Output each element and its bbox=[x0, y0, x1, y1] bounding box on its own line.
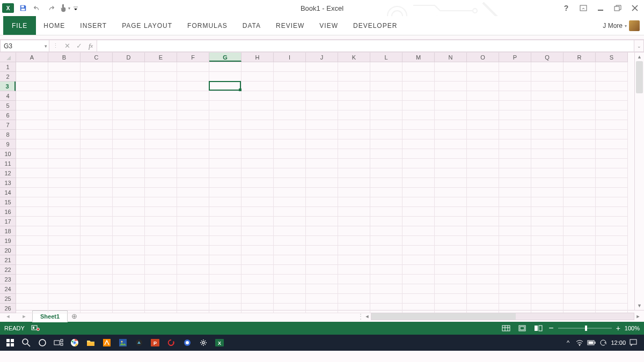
cell[interactable] bbox=[16, 101, 48, 110]
cell[interactable] bbox=[145, 217, 177, 226]
formula-input[interactable] bbox=[97, 40, 634, 52]
cell[interactable] bbox=[274, 226, 306, 236]
column-header[interactable]: N bbox=[435, 53, 467, 62]
cell[interactable] bbox=[531, 265, 564, 275]
cell[interactable] bbox=[338, 62, 370, 72]
cell[interactable] bbox=[596, 101, 628, 110]
cell[interactable] bbox=[306, 294, 338, 304]
cell[interactable] bbox=[467, 265, 499, 275]
cell[interactable] bbox=[402, 159, 435, 168]
cell[interactable] bbox=[370, 91, 402, 101]
cell[interactable] bbox=[145, 275, 177, 284]
cell[interactable] bbox=[241, 159, 274, 168]
column-header[interactable]: C bbox=[80, 53, 113, 62]
cell[interactable] bbox=[16, 110, 48, 120]
settings-gear-icon[interactable] bbox=[195, 335, 211, 351]
cell[interactable] bbox=[241, 139, 274, 149]
cell[interactable] bbox=[209, 91, 241, 101]
cell[interactable] bbox=[241, 255, 274, 265]
cell[interactable] bbox=[596, 188, 628, 197]
cell[interactable] bbox=[596, 62, 628, 72]
cell[interactable] bbox=[80, 159, 113, 168]
cell[interactable] bbox=[241, 226, 274, 236]
cell[interactable] bbox=[531, 255, 564, 265]
powerpoint-icon[interactable]: P bbox=[147, 335, 163, 351]
normal-view-icon[interactable] bbox=[500, 323, 512, 333]
cell[interactable] bbox=[467, 255, 499, 265]
start-menu-icon[interactable] bbox=[2, 335, 18, 351]
cell[interactable] bbox=[241, 91, 274, 101]
cell[interactable] bbox=[209, 110, 241, 120]
cell[interactable] bbox=[564, 255, 596, 265]
cell[interactable] bbox=[80, 149, 113, 159]
cell[interactable] bbox=[402, 62, 435, 72]
cell[interactable] bbox=[338, 304, 370, 313]
cell[interactable] bbox=[80, 304, 113, 313]
cell[interactable] bbox=[596, 120, 628, 130]
cell[interactable] bbox=[467, 101, 499, 110]
cell[interactable] bbox=[16, 304, 48, 313]
cell[interactable] bbox=[16, 265, 48, 275]
cell[interactable] bbox=[467, 130, 499, 139]
cell[interactable] bbox=[113, 226, 145, 236]
cell[interactable] bbox=[113, 275, 145, 284]
cell[interactable] bbox=[177, 178, 209, 188]
cell[interactable] bbox=[499, 188, 531, 197]
cell[interactable] bbox=[177, 62, 209, 72]
cell[interactable] bbox=[531, 159, 564, 168]
cell[interactable] bbox=[113, 304, 145, 313]
cell[interactable] bbox=[596, 149, 628, 159]
cell[interactable] bbox=[80, 226, 113, 236]
select-all-corner[interactable] bbox=[0, 53, 16, 62]
cell[interactable] bbox=[370, 304, 402, 313]
cell[interactable] bbox=[564, 207, 596, 217]
cell[interactable] bbox=[209, 120, 241, 130]
cell[interactable] bbox=[306, 217, 338, 226]
cell[interactable] bbox=[596, 217, 628, 226]
cell[interactable] bbox=[177, 304, 209, 313]
chrome-icon[interactable] bbox=[67, 335, 83, 351]
cell[interactable] bbox=[370, 197, 402, 207]
cell[interactable] bbox=[241, 149, 274, 159]
cell[interactable] bbox=[402, 304, 435, 313]
cell[interactable] bbox=[564, 82, 596, 91]
scroll-up-arrow-icon[interactable]: ▲ bbox=[635, 53, 644, 61]
cell[interactable] bbox=[531, 217, 564, 226]
cell[interactable] bbox=[274, 304, 306, 313]
cell[interactable] bbox=[531, 130, 564, 139]
cell[interactable] bbox=[435, 197, 467, 207]
cell[interactable] bbox=[241, 294, 274, 304]
cell[interactable] bbox=[177, 139, 209, 149]
cell[interactable] bbox=[241, 188, 274, 197]
cell[interactable] bbox=[564, 72, 596, 82]
cell[interactable] bbox=[564, 159, 596, 168]
app-icon-blue[interactable] bbox=[179, 335, 195, 351]
zoom-slider[interactable] bbox=[558, 328, 612, 329]
row-header[interactable]: 19 bbox=[0, 236, 16, 246]
row-header[interactable]: 21 bbox=[0, 255, 16, 265]
row-header[interactable]: 3 bbox=[0, 82, 16, 91]
cell[interactable] bbox=[499, 91, 531, 101]
sheet-nav-prev-icon[interactable]: ◄ bbox=[0, 311, 16, 322]
cell[interactable] bbox=[370, 130, 402, 139]
cell[interactable] bbox=[48, 101, 80, 110]
cell[interactable] bbox=[274, 255, 306, 265]
cell[interactable] bbox=[564, 275, 596, 284]
cell[interactable] bbox=[338, 130, 370, 139]
cell[interactable] bbox=[145, 197, 177, 207]
cell[interactable] bbox=[209, 72, 241, 82]
cell[interactable] bbox=[596, 168, 628, 178]
cell[interactable] bbox=[113, 101, 145, 110]
zoom-out-icon[interactable]: − bbox=[548, 323, 553, 333]
signed-in-user[interactable]: J More ▾ bbox=[603, 16, 640, 35]
column-header[interactable]: A bbox=[16, 53, 48, 62]
cell[interactable] bbox=[80, 168, 113, 178]
cell[interactable] bbox=[113, 159, 145, 168]
ribbon-display-options-icon[interactable] bbox=[575, 2, 591, 14]
cell[interactable] bbox=[370, 120, 402, 130]
cell[interactable] bbox=[145, 149, 177, 159]
file-explorer-icon[interactable] bbox=[83, 335, 99, 351]
cell[interactable] bbox=[241, 304, 274, 313]
cell[interactable] bbox=[209, 246, 241, 255]
cell[interactable] bbox=[306, 207, 338, 217]
